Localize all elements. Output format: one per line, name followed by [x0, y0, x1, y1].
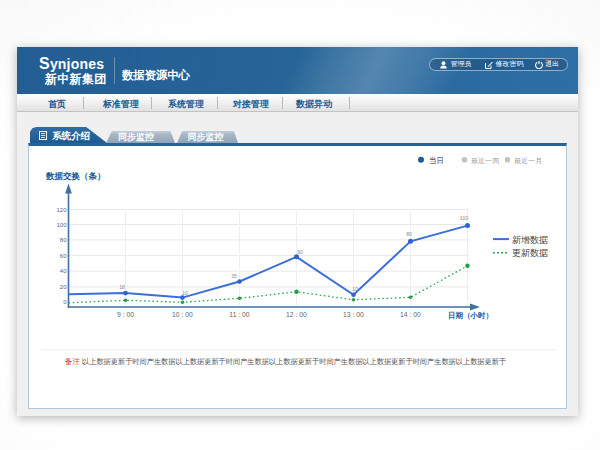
svg-text:80: 80 [406, 231, 412, 237]
svg-text:120: 120 [56, 207, 67, 213]
svg-text:18: 18 [119, 284, 125, 290]
svg-text:14 : 00: 14 : 00 [400, 311, 421, 318]
svg-text:10 : 00: 10 : 00 [172, 311, 193, 318]
svg-text:40: 40 [60, 268, 67, 274]
svg-text:13 : 00: 13 : 00 [343, 311, 364, 318]
svg-text:最近一周: 最近一周 [471, 157, 499, 164]
svg-text:12 : 00: 12 : 00 [286, 311, 307, 318]
svg-text:20: 20 [60, 284, 67, 290]
svg-text:数据交换（条）: 数据交换（条） [45, 171, 106, 181]
svg-text:日期（小时）: 日期（小时） [448, 311, 493, 320]
svg-text:35: 35 [231, 273, 237, 279]
svg-text:0: 0 [63, 299, 67, 305]
svg-text:最近一月: 最近一月 [514, 157, 542, 165]
svg-text:以上数据更新于时间产生数据以上数据更新于时间产生数据以上数据: 以上数据更新于时间产生数据以上数据更新于时间产生数据以上数据更新于时间产生数据以… [82, 357, 506, 366]
svg-text:100: 100 [56, 222, 67, 228]
svg-text:9 : 00: 9 : 00 [117, 311, 134, 318]
svg-text:11 : 00: 11 : 00 [229, 311, 250, 318]
svg-text:60: 60 [297, 249, 303, 255]
svg-text:100: 100 [460, 215, 469, 221]
svg-text:10: 10 [352, 286, 358, 292]
svg-text:60: 60 [60, 253, 67, 259]
svg-text:新增数据: 新增数据 [512, 235, 548, 245]
svg-text:更新数据: 更新数据 [512, 248, 548, 258]
svg-text:10: 10 [182, 290, 188, 296]
svg-text:当日: 当日 [429, 156, 444, 165]
svg-text:80: 80 [60, 237, 67, 243]
